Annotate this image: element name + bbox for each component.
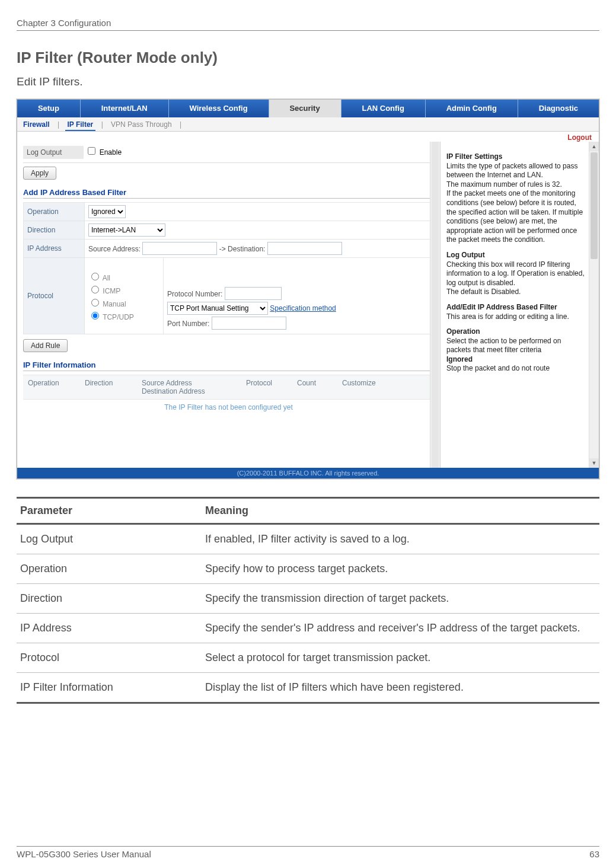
help-heading-settings: IP Filter Settings (446, 152, 586, 162)
table-row: Operation Specify how to process target … (17, 554, 599, 584)
tab-setup[interactable]: Setup (17, 100, 81, 117)
table-row: Protocol Select a protocol for target tr… (17, 643, 599, 673)
param-meaning: Display the list of IP filters which hav… (202, 673, 599, 703)
subtab-divider: | (177, 119, 184, 130)
tcp-port-setting-select[interactable]: TCP Port Manual Setting (167, 302, 268, 315)
help-text: Select the action to be performed on pac… (446, 337, 586, 355)
add-rule-button[interactable]: Add Rule (23, 339, 68, 352)
param-meaning: Specify the transmission direction of ta… (202, 584, 599, 614)
scroll-down-icon[interactable]: ▼ (589, 458, 599, 468)
add-filter-heading: Add IP Address Based Filter (23, 188, 434, 199)
param-header-meaning: Meaning (202, 498, 599, 524)
apply-button[interactable]: Apply (23, 167, 56, 180)
scroll-thumb[interactable] (591, 152, 598, 259)
param-meaning: If enabled, IP filter activity is saved … (202, 524, 599, 554)
left-scrollbar[interactable] (430, 142, 440, 468)
help-heading-log-output: Log Output (446, 251, 586, 260)
sub-tab-bar: Firewall | IP Filter | VPN Pass Through … (17, 117, 599, 132)
tab-security[interactable]: Security (269, 100, 341, 117)
destination-address-input[interactable] (267, 242, 342, 255)
footer-left: WPL-05G300 Series User Manual (17, 849, 151, 859)
help-heading-add-edit: Add/Edit IP Address Based Filter (446, 303, 586, 312)
main-tab-bar: Setup Internet/LAN Wireless Config Secur… (17, 100, 599, 117)
subtab-ip-filter[interactable]: IP Filter (65, 119, 96, 131)
page-footer: WPL-05G300 Series User Manual 63 (17, 846, 599, 859)
source-address-input[interactable] (142, 242, 217, 255)
help-text: Stop the packet and do not route (446, 364, 586, 374)
protocol-all-radio[interactable] (91, 273, 99, 280)
col-direction: Direction (80, 375, 137, 399)
add-filter-form: Operation Ignored Direction Internet->LA… (23, 202, 434, 334)
col-protocol: Protocol (241, 375, 292, 399)
protocol-icmp-radio[interactable] (91, 286, 99, 293)
protocol-icmp-label: ICMP (103, 287, 120, 295)
help-text: If the packet meets one of the monitorin… (446, 189, 586, 245)
param-name: Protocol (17, 643, 202, 673)
port-number-input[interactable] (212, 317, 286, 330)
param-name: Direction (17, 584, 202, 614)
router-ui-screenshot: Setup Internet/LAN Wireless Config Secur… (17, 99, 599, 479)
col-count: Count (292, 375, 337, 399)
specification-method-link[interactable]: Specification method (270, 304, 336, 312)
param-name: IP Filter Information (17, 673, 202, 703)
col-addresses: Source Address Destination Address (137, 375, 241, 399)
tab-internet-lan[interactable]: Internet/LAN (81, 100, 169, 117)
table-row: Log Output If enabled, IP filter activit… (17, 524, 599, 554)
config-panel: Log Output Enable Apply Add IP Address B… (17, 142, 440, 468)
protocol-manual-radio[interactable] (91, 299, 99, 307)
help-text: The default is Disabled. (446, 288, 586, 297)
tab-wireless-config[interactable]: Wireless Config (169, 100, 269, 117)
operation-select[interactable]: Ignored (88, 205, 126, 218)
subtab-divider: | (99, 119, 106, 130)
ip-filter-info-heading: IP Filter Information (23, 360, 434, 371)
protocol-label: Protocol (24, 258, 85, 334)
param-meaning: Specify the sender's IP address and rece… (202, 614, 599, 643)
tab-lan-config[interactable]: LAN Config (341, 100, 426, 117)
param-name: Operation (17, 554, 202, 584)
help-panel: IP Filter Settings Limits the type of pa… (440, 142, 599, 468)
help-text: The maximum number of rules is 32. (446, 180, 586, 190)
ip-filter-empty-message: The IP Filter has not been configured ye… (23, 400, 434, 417)
source-address-label: Source Address: (88, 245, 141, 253)
log-output-label: Log Output (23, 146, 84, 159)
intro-text: Edit IP filters. (17, 75, 599, 88)
direction-label: Direction (24, 221, 85, 240)
param-meaning: Select a protocol for target transmissio… (202, 643, 599, 673)
copyright-bar: (C)2000-2011 BUFFALO INC. All rights res… (17, 468, 599, 478)
destination-label: -> Destination: (219, 245, 266, 253)
right-scrollbar[interactable]: ▲ ▼ (589, 142, 599, 468)
direction-select[interactable]: Internet->LAN (88, 224, 165, 237)
table-row: IP Filter Information Display the list o… (17, 673, 599, 703)
ip-address-label: IP Address (24, 240, 85, 258)
subtab-firewall[interactable]: Firewall (21, 119, 52, 130)
tab-diagnostic[interactable]: Diagnostic (518, 100, 599, 117)
page-title: IP Filter (Router Mode only) (17, 49, 599, 67)
logout-link[interactable]: Logout (567, 133, 592, 142)
footer-page-number: 63 (589, 849, 599, 859)
help-heading-operation: Operation (446, 327, 586, 337)
port-number-label: Port Number: (167, 320, 209, 328)
help-text: Ignored (446, 355, 586, 365)
enable-label: Enable (100, 148, 122, 157)
log-output-enable-checkbox[interactable] (88, 147, 95, 155)
protocol-number-input[interactable] (225, 287, 282, 300)
col-operation: Operation (23, 375, 80, 399)
col-customize: Customize (337, 375, 394, 399)
ip-filter-info-header-row: Operation Direction Source Address Desti… (23, 375, 434, 400)
help-text: Checking this box will record IP filteri… (446, 260, 586, 288)
protocol-number-label: Protocol Number: (167, 290, 222, 298)
table-row: Direction Specify the transmission direc… (17, 584, 599, 614)
tab-admin-config[interactable]: Admin Config (426, 100, 518, 117)
operation-label: Operation (24, 203, 85, 221)
protocol-tcpudp-radio[interactable] (91, 312, 99, 320)
help-text: Limits the type of packets allowed to pa… (446, 162, 586, 180)
help-text: This area is for adding or editing a lin… (446, 312, 586, 322)
protocol-all-label: All (103, 274, 110, 282)
protocol-manual-label: Manual (103, 300, 126, 308)
subtab-divider: | (55, 119, 62, 130)
parameter-table: Parameter Meaning Log Output If enabled,… (17, 497, 599, 704)
subtab-vpn-pass-through[interactable]: VPN Pass Through (108, 119, 174, 130)
table-row: IP Address Specify the sender's IP addre… (17, 614, 599, 643)
scroll-up-icon[interactable]: ▲ (589, 142, 599, 151)
chapter-header: Chapter 3 Configuration (17, 18, 599, 31)
